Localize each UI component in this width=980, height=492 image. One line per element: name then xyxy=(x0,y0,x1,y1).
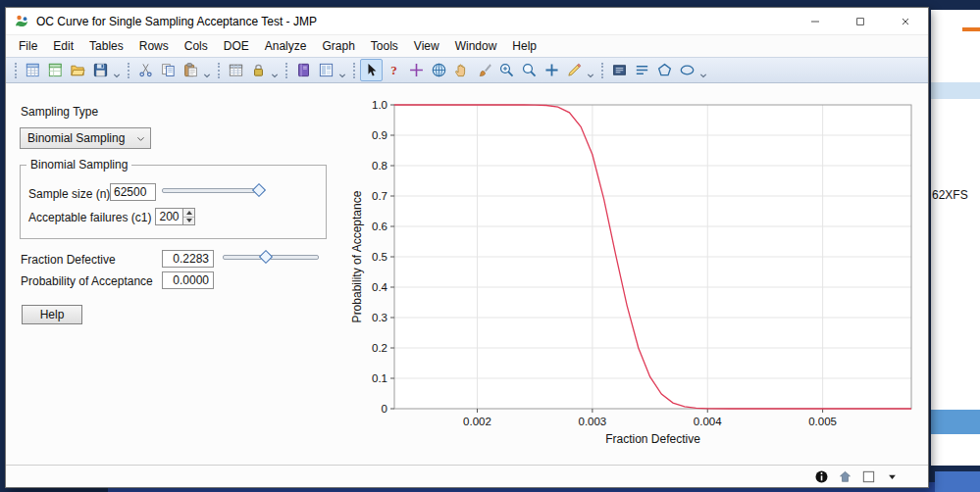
pen-tool-icon[interactable] xyxy=(563,59,586,81)
background-accent-dash xyxy=(962,27,980,31)
group-title: Binomial Sampling xyxy=(26,158,131,172)
annotate-rect-tool-icon[interactable] xyxy=(608,59,631,81)
fraction-defective-slider[interactable] xyxy=(223,250,319,264)
minimize-button[interactable] xyxy=(793,8,838,34)
y-tick-label: 0.4 xyxy=(372,281,388,293)
status-bar xyxy=(6,465,928,487)
menu-edit[interactable]: Edit xyxy=(45,36,81,56)
y-tick-label: 0.2 xyxy=(372,342,387,354)
background-blue-strip-top xyxy=(931,82,980,99)
menu-rows[interactable]: Rows xyxy=(131,36,177,56)
title-bar: OC Curve for Single Sampling Acceptance … xyxy=(6,8,928,34)
menu-tables[interactable]: Tables xyxy=(81,36,131,56)
menu-bar: FileEditTablesRowsColsDOEAnalyzeGraphToo… xyxy=(6,34,928,57)
y-tick-label: 0.1 xyxy=(372,372,387,384)
toolbar-group-separator xyxy=(353,63,355,78)
toolbar-group-separator xyxy=(285,63,287,78)
menu-help[interactable]: Help xyxy=(504,36,544,56)
toolbar-overflow-chevron[interactable] xyxy=(586,62,595,79)
slider-thumb[interactable] xyxy=(259,250,273,264)
y-tick-label: 0.3 xyxy=(372,312,387,323)
spinner-up-button[interactable] xyxy=(183,209,194,217)
toolbar-overflow-chevron[interactable] xyxy=(202,62,212,79)
jmp-window: OC Curve for Single Sampling Acceptance … xyxy=(5,7,929,488)
new-journal-icon[interactable] xyxy=(44,59,67,81)
paste-icon[interactable] xyxy=(180,59,202,81)
cut-icon[interactable] xyxy=(134,59,157,81)
menu-cols[interactable]: Cols xyxy=(177,36,216,56)
y-tick-label: 0.6 xyxy=(372,221,387,232)
grabber-tool-icon[interactable] xyxy=(450,59,473,81)
probability-of-acceptance-input[interactable] xyxy=(162,271,214,289)
binomial-sampling-group: Binomial Sampling Sample size (n) Accept… xyxy=(20,165,327,239)
sample-size-slider[interactable] xyxy=(162,183,264,197)
menu-doe[interactable]: DOE xyxy=(216,36,257,56)
annotate-lines-tool-icon[interactable] xyxy=(631,59,653,81)
acceptable-failures-input[interactable] xyxy=(155,208,183,225)
sampling-type-label: Sampling Type xyxy=(21,105,98,119)
toolbar-overflow-chevron[interactable] xyxy=(698,62,708,79)
help-button[interactable]: Help xyxy=(22,305,82,324)
y-tick-label: 1.0 xyxy=(372,99,387,111)
menu-graph[interactable]: Graph xyxy=(314,36,362,56)
maximize-button[interactable] xyxy=(838,8,883,34)
y-tick-label: 0 xyxy=(382,403,387,415)
background-blue-strip-bottom xyxy=(931,410,980,434)
magnifier-tool-icon[interactable] xyxy=(518,59,541,81)
menu-tools[interactable]: Tools xyxy=(363,36,406,56)
chevron-down-icon xyxy=(135,133,146,144)
sampling-type-dropdown[interactable]: Binomial Sampling xyxy=(20,127,151,149)
plus-tool-icon[interactable] xyxy=(541,59,563,81)
dropdown-arrow-icon[interactable] xyxy=(884,468,901,485)
arrow-tool-icon[interactable] xyxy=(360,59,383,81)
toolbar-group-separator xyxy=(128,63,129,78)
toolbar: ? xyxy=(6,57,928,83)
crosshair-tool-icon[interactable] xyxy=(405,59,428,81)
menu-file[interactable]: File xyxy=(11,36,45,56)
toolbar-overflow-chevron[interactable] xyxy=(270,62,280,79)
x-tick-label: 0.004 xyxy=(694,416,722,427)
y-tick-label: 0.7 xyxy=(372,190,387,202)
new-data-table-icon[interactable] xyxy=(22,59,44,81)
annotate-oval-tool-icon[interactable] xyxy=(676,59,698,81)
fraction-defective-input[interactable] xyxy=(162,250,214,268)
menu-view[interactable]: View xyxy=(406,36,447,56)
background-partial-text: 62XFS xyxy=(932,188,968,202)
open-file-icon[interactable] xyxy=(67,59,89,81)
journal-icon[interactable] xyxy=(292,59,315,81)
background-bottom-right-block xyxy=(935,471,980,492)
sample-size-input[interactable] xyxy=(110,183,156,201)
copy-icon[interactable] xyxy=(157,59,180,81)
spinner-down-button[interactable] xyxy=(183,217,194,225)
close-button[interactable] xyxy=(883,8,928,34)
home-up-icon[interactable] xyxy=(837,468,853,485)
toolbar-overflow-chevron[interactable] xyxy=(112,62,122,79)
sample-size-label: Sample size (n) xyxy=(28,187,110,201)
zoom-in-tool-icon[interactable] xyxy=(495,59,518,81)
save-file-icon[interactable] xyxy=(89,59,112,81)
toolbar-overflow-chevron[interactable] xyxy=(337,62,347,79)
brush-tool-icon[interactable] xyxy=(473,59,495,81)
window-title: OC Curve for Single Sampling Acceptance … xyxy=(36,15,786,28)
status-icons xyxy=(813,468,901,485)
toolbar-group-separator xyxy=(218,63,220,78)
toolbar-group-separator xyxy=(15,63,17,78)
slider-thumb[interactable] xyxy=(252,183,266,197)
annotate-polygon-tool-icon[interactable] xyxy=(653,59,676,81)
x-tick-label: 0.002 xyxy=(463,416,491,427)
y-tick-label: 0.8 xyxy=(372,160,387,172)
y-tick-label: 0.9 xyxy=(372,129,387,141)
info-icon[interactable] xyxy=(813,468,830,485)
data-grid-icon[interactable] xyxy=(225,59,247,81)
help-tool-icon[interactable]: ? xyxy=(383,59,405,81)
layout-icon[interactable] xyxy=(315,59,337,81)
acceptable-failures-label: Acceptable failures (c1) xyxy=(28,211,151,224)
checkbox-icon[interactable] xyxy=(860,468,877,485)
menu-window[interactable]: Window xyxy=(447,36,505,56)
jmp-logo-icon xyxy=(14,14,29,29)
menu-analyze[interactable]: Analyze xyxy=(257,36,315,56)
lock-icon[interactable] xyxy=(247,59,270,81)
probability-of-acceptance-label: Probability of Acceptance xyxy=(21,274,153,288)
globe-tool-icon[interactable] xyxy=(428,59,450,81)
oc-curve-plot: 00.10.20.30.40.50.60.70.80.91.00.0020.00… xyxy=(347,83,923,456)
